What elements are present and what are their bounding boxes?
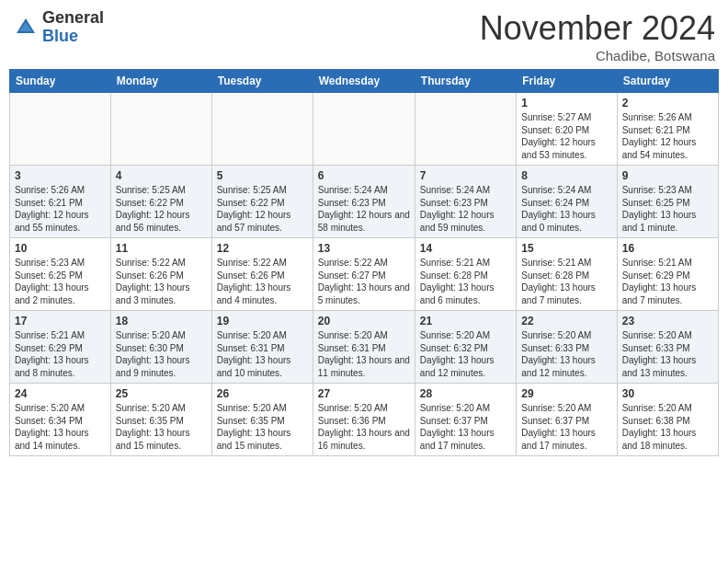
calendar-day-cell: 24Sunrise: 5:20 AM Sunset: 6:34 PM Dayli…: [10, 384, 111, 456]
calendar-day-cell: 4Sunrise: 5:25 AM Sunset: 6:22 PM Daylig…: [110, 166, 211, 238]
calendar-day-cell: 10Sunrise: 5:23 AM Sunset: 6:25 PM Dayli…: [10, 238, 111, 311]
day-number: 2: [622, 97, 713, 109]
logo-icon: [13, 15, 39, 40]
day-number: 27: [318, 387, 410, 400]
day-number: 30: [622, 387, 713, 400]
calendar-day-cell: 21Sunrise: 5:20 AM Sunset: 6:32 PM Dayli…: [415, 311, 516, 384]
calendar-day-cell: 26Sunrise: 5:20 AM Sunset: 6:35 PM Dayli…: [211, 384, 313, 456]
col-header-wednesday: Wednesday: [313, 70, 415, 93]
logo: General Blue: [13, 9, 104, 46]
day-number: 15: [521, 242, 611, 255]
month-title: November 2024: [480, 9, 715, 48]
calendar-table: SundayMondayTuesdayWednesdayThursdayFrid…: [9, 69, 719, 456]
day-info: Sunrise: 5:23 AM Sunset: 6:25 PM Dayligh…: [15, 257, 106, 306]
day-info: Sunrise: 5:20 AM Sunset: 6:38 PM Dayligh…: [622, 402, 713, 452]
day-info: Sunrise: 5:23 AM Sunset: 6:25 PM Dayligh…: [622, 184, 713, 234]
day-number: 14: [420, 242, 511, 255]
day-number: 19: [217, 315, 308, 327]
calendar-day-cell: 18Sunrise: 5:20 AM Sunset: 6:30 PM Dayli…: [110, 311, 211, 384]
day-number: 3: [15, 169, 106, 182]
day-info: Sunrise: 5:26 AM Sunset: 6:21 PM Dayligh…: [622, 111, 713, 161]
day-number: 9: [622, 169, 713, 182]
day-number: 21: [420, 315, 511, 327]
day-info: Sunrise: 5:20 AM Sunset: 6:31 PM Dayligh…: [318, 329, 410, 379]
calendar-week-row: 3Sunrise: 5:26 AM Sunset: 6:21 PM Daylig…: [10, 166, 719, 238]
page-header: General Blue November 2024 Chadibe, Bots…: [9, 9, 719, 63]
day-info: Sunrise: 5:20 AM Sunset: 6:33 PM Dayligh…: [622, 329, 713, 379]
day-info: Sunrise: 5:25 AM Sunset: 6:22 PM Dayligh…: [116, 184, 207, 234]
calendar-day-cell: [313, 93, 415, 166]
logo-blue: Blue: [42, 28, 104, 46]
day-info: Sunrise: 5:26 AM Sunset: 6:21 PM Dayligh…: [15, 184, 106, 234]
calendar-day-cell: 14Sunrise: 5:21 AM Sunset: 6:28 PM Dayli…: [415, 238, 516, 311]
col-header-saturday: Saturday: [617, 70, 718, 93]
calendar-day-cell: 15Sunrise: 5:21 AM Sunset: 6:28 PM Dayli…: [517, 238, 617, 311]
day-number: 8: [521, 169, 611, 182]
calendar-day-cell: [415, 93, 516, 166]
col-header-tuesday: Tuesday: [211, 70, 313, 93]
calendar-day-cell: [10, 93, 111, 166]
day-info: Sunrise: 5:20 AM Sunset: 6:37 PM Dayligh…: [420, 402, 511, 452]
day-number: 26: [217, 387, 308, 400]
day-info: Sunrise: 5:24 AM Sunset: 6:24 PM Dayligh…: [521, 184, 611, 234]
day-info: Sunrise: 5:20 AM Sunset: 6:34 PM Dayligh…: [15, 402, 106, 452]
day-info: Sunrise: 5:21 AM Sunset: 6:29 PM Dayligh…: [15, 329, 106, 379]
day-info: Sunrise: 5:22 AM Sunset: 6:27 PM Dayligh…: [318, 257, 410, 306]
calendar-day-cell: 12Sunrise: 5:22 AM Sunset: 6:26 PM Dayli…: [211, 238, 313, 311]
calendar-day-cell: 28Sunrise: 5:20 AM Sunset: 6:37 PM Dayli…: [415, 384, 516, 456]
calendar-day-cell: 13Sunrise: 5:22 AM Sunset: 6:27 PM Dayli…: [313, 238, 415, 311]
calendar-day-cell: 30Sunrise: 5:20 AM Sunset: 6:38 PM Dayli…: [617, 384, 718, 456]
calendar-day-cell: 2Sunrise: 5:26 AM Sunset: 6:21 PM Daylig…: [617, 93, 718, 166]
location: Chadibe, Botswana: [480, 48, 715, 63]
title-block: November 2024 Chadibe, Botswana: [480, 9, 715, 63]
calendar-day-cell: 6Sunrise: 5:24 AM Sunset: 6:23 PM Daylig…: [313, 166, 415, 238]
day-number: 20: [318, 315, 410, 327]
day-info: Sunrise: 5:20 AM Sunset: 6:35 PM Dayligh…: [116, 402, 207, 452]
col-header-monday: Monday: [110, 70, 211, 93]
calendar-header-row: SundayMondayTuesdayWednesdayThursdayFrid…: [10, 70, 719, 93]
calendar-week-row: 10Sunrise: 5:23 AM Sunset: 6:25 PM Dayli…: [10, 238, 719, 311]
calendar-day-cell: 22Sunrise: 5:20 AM Sunset: 6:33 PM Dayli…: [517, 311, 617, 384]
calendar-day-cell: [110, 93, 211, 166]
day-number: 22: [521, 315, 611, 327]
day-info: Sunrise: 5:21 AM Sunset: 6:28 PM Dayligh…: [521, 257, 611, 306]
day-info: Sunrise: 5:21 AM Sunset: 6:29 PM Dayligh…: [622, 257, 713, 306]
day-number: 23: [622, 315, 713, 327]
day-number: 24: [15, 387, 106, 400]
day-info: Sunrise: 5:20 AM Sunset: 6:33 PM Dayligh…: [521, 329, 611, 379]
calendar-day-cell: 23Sunrise: 5:20 AM Sunset: 6:33 PM Dayli…: [617, 311, 718, 384]
day-number: 6: [318, 169, 410, 182]
calendar-day-cell: 3Sunrise: 5:26 AM Sunset: 6:21 PM Daylig…: [10, 166, 111, 238]
calendar-day-cell: 27Sunrise: 5:20 AM Sunset: 6:36 PM Dayli…: [313, 384, 415, 456]
day-info: Sunrise: 5:20 AM Sunset: 6:30 PM Dayligh…: [116, 329, 207, 379]
day-number: 7: [420, 169, 511, 182]
logo-general: General: [42, 9, 104, 28]
calendar-week-row: 24Sunrise: 5:20 AM Sunset: 6:34 PM Dayli…: [10, 384, 719, 456]
logo-text: General Blue: [42, 9, 104, 46]
day-number: 16: [622, 242, 713, 255]
day-number: 12: [217, 242, 308, 255]
calendar-week-row: 1Sunrise: 5:27 AM Sunset: 6:20 PM Daylig…: [10, 93, 719, 166]
day-info: Sunrise: 5:25 AM Sunset: 6:22 PM Dayligh…: [217, 184, 308, 234]
day-info: Sunrise: 5:20 AM Sunset: 6:31 PM Dayligh…: [217, 329, 308, 379]
day-info: Sunrise: 5:24 AM Sunset: 6:23 PM Dayligh…: [318, 184, 410, 234]
day-number: 13: [318, 242, 410, 255]
day-info: Sunrise: 5:20 AM Sunset: 6:36 PM Dayligh…: [318, 402, 410, 452]
calendar-day-cell: [211, 93, 313, 166]
calendar-day-cell: 19Sunrise: 5:20 AM Sunset: 6:31 PM Dayli…: [211, 311, 313, 384]
day-info: Sunrise: 5:20 AM Sunset: 6:35 PM Dayligh…: [217, 402, 308, 452]
calendar-day-cell: 20Sunrise: 5:20 AM Sunset: 6:31 PM Dayli…: [313, 311, 415, 384]
calendar-day-cell: 16Sunrise: 5:21 AM Sunset: 6:29 PM Dayli…: [617, 238, 718, 311]
calendar-day-cell: 1Sunrise: 5:27 AM Sunset: 6:20 PM Daylig…: [517, 93, 617, 166]
day-number: 28: [420, 387, 511, 400]
day-number: 25: [116, 387, 207, 400]
day-number: 4: [116, 169, 207, 182]
day-info: Sunrise: 5:27 AM Sunset: 6:20 PM Dayligh…: [521, 111, 611, 161]
calendar-day-cell: 9Sunrise: 5:23 AM Sunset: 6:25 PM Daylig…: [617, 166, 718, 238]
day-info: Sunrise: 5:20 AM Sunset: 6:32 PM Dayligh…: [420, 329, 511, 379]
day-info: Sunrise: 5:24 AM Sunset: 6:23 PM Dayligh…: [420, 184, 511, 234]
calendar-day-cell: 11Sunrise: 5:22 AM Sunset: 6:26 PM Dayli…: [110, 238, 211, 311]
col-header-thursday: Thursday: [415, 70, 516, 93]
day-number: 10: [15, 242, 106, 255]
day-number: 29: [521, 387, 611, 400]
